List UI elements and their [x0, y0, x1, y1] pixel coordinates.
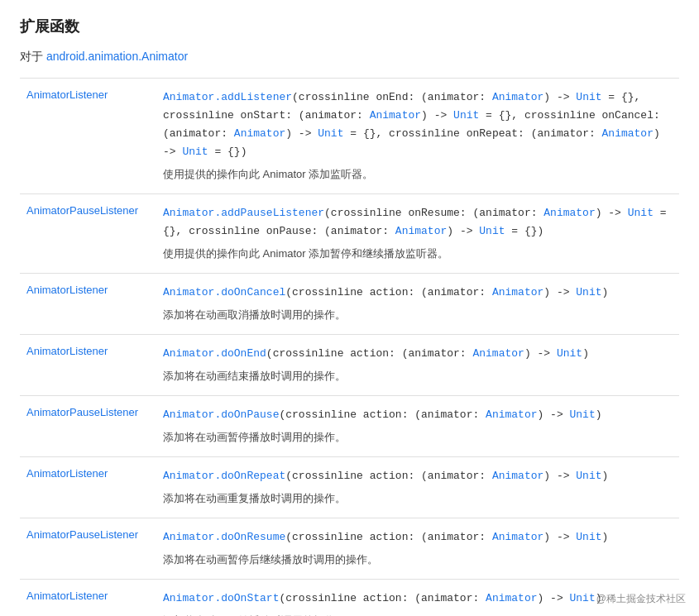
type-link[interactable]: AnimatorListener: [26, 590, 108, 602]
func-content-cell: Animator.addPauseListener(crossinline on…: [156, 194, 679, 274]
func-content-cell: Animator.doOnResume(crossinline action: …: [156, 518, 679, 579]
func-description: 添加将在动画暂停播放时调用的操作。: [163, 429, 673, 446]
watermark: @稀土掘金技术社区: [596, 592, 686, 606]
func-signature: Animator.addPauseListener(crossinline on…: [163, 204, 673, 241]
func-content-cell: Animator.doOnCancel(crossinline action: …: [156, 274, 679, 335]
return-type-cell[interactable]: AnimatorPauseListener: [20, 194, 156, 274]
return-type-cell[interactable]: AnimatorPauseListener: [20, 518, 156, 579]
func-signature: Animator.addListener(crossinline onEnd: …: [163, 88, 673, 161]
type-link[interactable]: AnimatorPauseListener: [26, 204, 138, 217]
page-title: 扩展函数: [20, 17, 679, 36]
func-content-cell: Animator.doOnEnd(crossinline action: (an…: [156, 335, 679, 396]
func-signature: Animator.doOnEnd(crossinline action: (an…: [163, 345, 673, 363]
animator-link[interactable]: android.animation.Animator: [46, 50, 188, 63]
func-description: 添加将在动画暂停后继续播放时调用的操作。: [163, 552, 673, 569]
func-description: 使用提供的操作向此 Animator 添加监听器。: [163, 166, 673, 184]
subtitle-prefix: 对于: [20, 50, 46, 63]
type-link[interactable]: AnimatorListener: [26, 345, 108, 357]
type-link[interactable]: AnimatorPauseListener: [26, 528, 138, 541]
table-row: AnimatorListenerAnimator.doOnRepeat(cros…: [20, 456, 679, 518]
return-type-cell[interactable]: AnimatorListener: [20, 274, 156, 335]
table-row: AnimatorListenerAnimator.doOnCancel(cros…: [20, 274, 679, 335]
func-signature: Animator.doOnCancel(crossinline action: …: [163, 284, 673, 302]
table-row: AnimatorPauseListenerAnimator.doOnResume…: [20, 518, 679, 579]
type-link[interactable]: AnimatorListener: [26, 467, 108, 480]
func-description: 添加将在动画重复播放时调用的操作。: [163, 490, 673, 508]
func-signature: Animator.doOnResume(crossinline action: …: [163, 528, 673, 547]
func-description: 添加将在动画开始播放时调用的操作。: [163, 613, 673, 616]
return-type-cell[interactable]: AnimatorListener: [20, 579, 156, 616]
extension-functions-table: AnimatorListenerAnimator.addListener(cro…: [20, 78, 679, 616]
func-content-cell: Animator.doOnPause(crossinline action: (…: [156, 395, 679, 456]
func-description: 添加将在动画取消播放时调用的操作。: [163, 307, 673, 324]
return-type-cell[interactable]: AnimatorListener: [20, 456, 156, 518]
func-content-cell: Animator.doOnRepeat(crossinline action: …: [156, 456, 679, 518]
subtitle: 对于 android.animation.Animator: [20, 50, 679, 64]
return-type-cell[interactable]: AnimatorPauseListener: [20, 395, 156, 456]
func-description: 添加将在动画结束播放时调用的操作。: [163, 368, 673, 385]
table-row: AnimatorListenerAnimator.doOnStart(cross…: [20, 579, 679, 616]
type-link[interactable]: AnimatorPauseListener: [26, 406, 138, 418]
type-link[interactable]: AnimatorListener: [26, 284, 108, 296]
func-description: 使用提供的操作向此 Animator 添加暂停和继续播放监听器。: [163, 246, 673, 263]
return-type-cell[interactable]: AnimatorListener: [20, 335, 156, 396]
func-content-cell: Animator.addListener(crossinline onEnd: …: [156, 79, 679, 194]
func-signature: Animator.doOnPause(crossinline action: (…: [163, 406, 673, 424]
table-row: AnimatorListenerAnimator.addListener(cro…: [20, 79, 679, 194]
return-type-cell[interactable]: AnimatorListener: [20, 79, 156, 194]
table-row: AnimatorPauseListenerAnimator.addPauseLi…: [20, 194, 679, 274]
table-row: AnimatorPauseListenerAnimator.doOnPause(…: [20, 395, 679, 456]
func-signature: Animator.doOnRepeat(crossinline action: …: [163, 467, 673, 485]
type-link[interactable]: AnimatorListener: [26, 88, 108, 101]
table-row: AnimatorListenerAnimator.doOnEnd(crossin…: [20, 335, 679, 396]
